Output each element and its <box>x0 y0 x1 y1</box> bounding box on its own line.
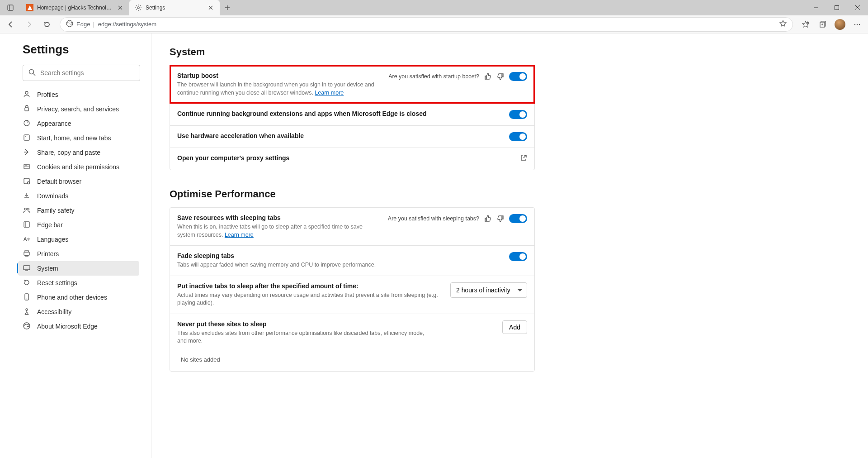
settings-heading: Settings <box>23 43 145 57</box>
startup-boost-desc: The browser will launch in the backgroun… <box>177 81 381 97</box>
nav-icon: A字 <box>23 235 31 244</box>
svg-point-14 <box>859 24 860 24</box>
sidebar-item-family-safety[interactable]: Family safety <box>18 203 139 218</box>
svg-point-12 <box>854 24 855 24</box>
settings-sidebar: Settings ProfilesPrivacy, search, and se… <box>0 33 151 458</box>
favorite-star-icon[interactable] <box>779 19 787 29</box>
sidebar-item-default-browser[interactable]: Default browser <box>18 174 139 189</box>
sidebar-item-label: Family safety <box>37 207 74 214</box>
nav-icon <box>23 119 31 129</box>
refresh-button[interactable] <box>39 17 55 32</box>
sidebar-item-printers[interactable]: Printers <box>18 247 139 261</box>
content: Settings ProfilesPrivacy, search, and se… <box>0 33 868 458</box>
menu-button[interactable] <box>849 17 865 32</box>
close-tab-icon[interactable] <box>207 4 214 11</box>
svg-point-15 <box>29 70 34 74</box>
svg-rect-5 <box>835 6 839 10</box>
startup-learn-more-link[interactable]: Learn more <box>315 90 344 96</box>
svg-rect-35 <box>25 251 28 252</box>
thumbs-down-icon[interactable] <box>496 72 505 81</box>
settings-main: System Startup boost The browser will la… <box>151 33 868 458</box>
never-title: Never put these sites to sleep <box>177 320 495 328</box>
sidebar-item-label: Start, home, and new tabs <box>37 134 111 142</box>
sidebar-item-about-microsoft-edge[interactable]: About Microsoft Edge <box>18 319 139 334</box>
startup-boost-toggle[interactable] <box>509 72 527 81</box>
sidebar-item-system[interactable]: System <box>18 261 139 276</box>
new-tab-button[interactable] <box>220 0 235 15</box>
hw-accel-title: Use hardware acceleration when available <box>177 132 502 139</box>
sidebar-item-phone-and-other-devices[interactable]: Phone and other devices <box>18 290 139 305</box>
favorites-button[interactable] <box>797 17 814 32</box>
nav-icon <box>23 293 31 302</box>
performance-card: Save resources with sleeping tabs When t… <box>170 207 535 372</box>
nav-icon <box>23 278 31 288</box>
fade-desc: Tabs will appear faded when saving memor… <box>177 261 430 269</box>
sleeping-toggle[interactable] <box>509 214 527 223</box>
sidebar-item-languages[interactable]: A字Languages <box>18 232 139 247</box>
sidebar-item-cookies-and-site-permissions[interactable]: Cookies and site permissions <box>18 160 139 174</box>
sleeping-desc: When this is on, inactive tabs will go t… <box>177 223 381 239</box>
close-tab-icon[interactable] <box>117 4 124 11</box>
fade-toggle[interactable] <box>509 252 527 261</box>
sleeping-learn-more-link[interactable]: Learn more <box>225 232 254 238</box>
sidebar-item-label: System <box>37 265 58 272</box>
url-input[interactable] <box>98 21 775 28</box>
sidebar-item-edge-bar[interactable]: Edge bar <box>18 218 139 232</box>
nav-icon <box>23 307 31 317</box>
search-icon <box>28 68 36 78</box>
open-external-icon <box>520 154 527 163</box>
sleeping-tabs-row: Save resources with sleeping tabs When t… <box>170 208 534 245</box>
sidebar-item-downloads[interactable]: Downloads <box>18 189 139 203</box>
proxy-title: Open your computer's proxy settings <box>177 154 513 162</box>
minimize-button[interactable] <box>806 0 826 15</box>
system-card: Startup boost The browser will launch in… <box>170 65 535 170</box>
thumbs-down-icon[interactable] <box>496 215 505 223</box>
sleeping-feedback-label: Are you satisfied with sleeping tabs? <box>388 215 479 222</box>
sidebar-item-start-home-and-new-tabs[interactable]: Start, home, and new tabs <box>18 131 139 145</box>
svg-rect-20 <box>24 135 29 140</box>
thumbs-up-icon[interactable] <box>484 215 492 223</box>
tab-actions-button[interactable] <box>0 0 21 15</box>
nav-icon <box>23 191 31 201</box>
thumbs-up-icon[interactable] <box>484 72 492 81</box>
svg-point-40 <box>26 298 27 299</box>
fade-tabs-row: Fade sleeping tabs Tabs will appear fade… <box>170 245 534 276</box>
tab-label: Settings <box>146 5 203 11</box>
svg-line-16 <box>33 74 36 76</box>
svg-point-28 <box>24 208 27 210</box>
sleep-timeout-select[interactable]: 2 hours of inactivity <box>450 282 527 298</box>
proxy-settings-row[interactable]: Open your computer's proxy settings <box>170 148 534 170</box>
address-bar[interactable]: Edge | <box>60 17 793 32</box>
svg-point-3 <box>137 7 139 9</box>
nav-icon <box>23 220 31 230</box>
tab-settings[interactable]: Settings <box>129 0 220 15</box>
search-settings-input[interactable] <box>23 65 140 81</box>
bg-ext-toggle[interactable] <box>509 110 527 119</box>
maximize-button[interactable] <box>826 0 847 15</box>
hw-accel-toggle[interactable] <box>509 132 527 141</box>
sidebar-item-share-copy-and-paste[interactable]: Share, copy and paste <box>18 145 139 160</box>
sleep-timeout-row: Put inactive tabs to sleep after the spe… <box>170 276 534 314</box>
sidebar-item-profiles[interactable]: Profiles <box>18 87 139 102</box>
sidebar-item-label: Downloads <box>37 192 68 200</box>
forward-button[interactable] <box>21 17 37 32</box>
toolbar: Edge | <box>0 15 868 33</box>
nav-icon <box>23 134 31 143</box>
tab-label: Homepage | gHacks Technology <box>37 5 113 11</box>
tab-ghacks[interactable]: Homepage | gHacks Technology <box>21 0 129 15</box>
svg-point-21 <box>25 136 26 137</box>
collections-button[interactable] <box>815 17 831 32</box>
svg-rect-37 <box>24 266 30 270</box>
add-site-button[interactable]: Add <box>502 320 527 334</box>
sidebar-item-reset-settings[interactable]: Reset settings <box>18 276 139 290</box>
close-window-button[interactable] <box>847 0 868 15</box>
back-button[interactable] <box>3 17 19 32</box>
sidebar-item-appearance[interactable]: Appearance <box>18 116 139 131</box>
fade-title: Fade sleeping tabs <box>177 252 502 259</box>
sidebar-item-accessibility[interactable]: Accessibility <box>18 305 139 319</box>
profile-button[interactable] <box>832 17 848 32</box>
sidebar-item-privacy-search-and-services[interactable]: Privacy, search, and services <box>18 102 139 116</box>
svg-rect-0 <box>8 5 13 10</box>
svg-point-17 <box>25 91 28 94</box>
nav-icon <box>23 162 31 172</box>
